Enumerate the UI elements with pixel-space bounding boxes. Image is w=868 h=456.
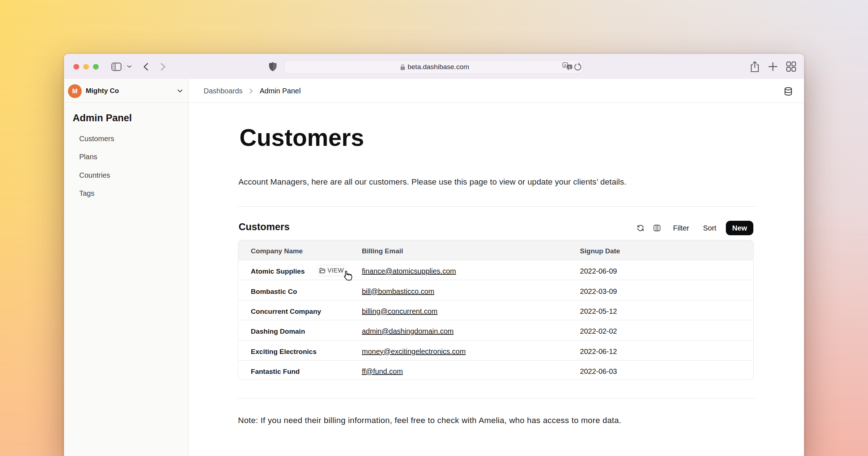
svg-text:A: A [564, 63, 566, 67]
svg-text:x: x [569, 65, 571, 69]
